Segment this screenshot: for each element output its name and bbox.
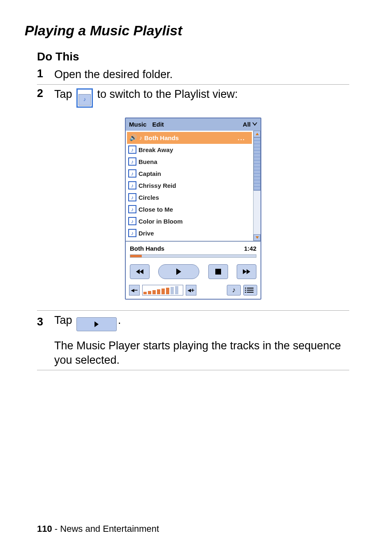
more-icon[interactable]: ... <box>238 134 249 141</box>
scrollbar[interactable] <box>253 131 261 241</box>
chevron-up-icon <box>256 133 259 135</box>
forward-button[interactable] <box>237 264 256 279</box>
note-view-button[interactable]: ♪ <box>227 285 241 295</box>
music-note-icon: ♪ <box>131 218 134 224</box>
menu-music[interactable]: Music <box>129 121 147 128</box>
progress-bar[interactable] <box>130 254 256 258</box>
playlist-view-button[interactable]: ♪ <box>76 88 93 107</box>
track-row[interactable]: ♪Close to Me <box>126 203 253 215</box>
speaker-icon: 🔊 <box>129 134 137 141</box>
step-text-after: to switch to the Playlist view: <box>97 88 238 100</box>
player-titlebar: Music Edit All <box>126 118 261 131</box>
music-note-icon: ♪ <box>232 286 236 294</box>
scroll-thumb[interactable] <box>254 137 261 191</box>
step-number: 2 <box>37 87 54 107</box>
play-icon <box>176 268 181 275</box>
play-icon <box>95 321 99 327</box>
step-3: 3 Tap . The Music Player starts playing … <box>37 311 349 370</box>
rewind-button[interactable] <box>130 264 150 279</box>
forward-icon <box>243 269 247 274</box>
track-row[interactable]: 🔊 ♪ Both Hands ... <box>127 132 252 144</box>
step-text-tap: Tap <box>54 88 72 100</box>
music-note-icon: ♪ <box>83 96 86 103</box>
volume-down-button[interactable]: ◂− <box>129 285 140 295</box>
music-player: Music Edit All 🔊 ♪ Both Hands ... ♪Break <box>125 118 261 300</box>
music-note-icon: ♪ <box>131 182 134 189</box>
stop-icon <box>215 269 221 275</box>
volume-up-button[interactable]: ◂+ <box>186 285 196 295</box>
rewind-icon <box>136 269 140 274</box>
play-button[interactable] <box>158 264 199 279</box>
play-button[interactable] <box>76 317 117 331</box>
page-footer: 110 - News and Entertainment <box>37 524 159 534</box>
music-note-icon: ♪ <box>131 159 134 165</box>
playlist: 🔊 ♪ Both Hands ... ♪Break Away ♪Buena ♪C… <box>126 131 253 241</box>
track-name: Close to Me <box>138 206 173 213</box>
volume-level[interactable] <box>142 285 183 295</box>
footer-section: - News and Entertainment <box>52 524 159 534</box>
music-note-icon: ♪ <box>131 206 134 212</box>
track-row[interactable]: ♪Break Away <box>126 144 253 156</box>
track-row[interactable]: ♪Captain <box>126 168 253 180</box>
scroll-down-button[interactable] <box>254 234 261 241</box>
menu-edit[interactable]: Edit <box>152 121 164 128</box>
step-explanation: The Music Player starts playing the trac… <box>54 339 349 367</box>
list-icon <box>247 288 254 293</box>
step-number: 3 <box>37 316 54 328</box>
step-2: 2 Tap ♪ to switch to the Playlist view: … <box>37 85 349 310</box>
do-this-heading: Do This <box>37 50 367 63</box>
step-text: Open the desired folder. <box>54 67 349 82</box>
track-row[interactable]: ♪Circles <box>126 192 253 203</box>
track-name: Circles <box>138 194 159 201</box>
chevron-down-icon <box>256 236 259 239</box>
music-note-icon: ♪ <box>131 147 134 153</box>
track-name: Break Away <box>138 146 173 153</box>
dropdown-icon <box>252 123 257 126</box>
page-title: Playing a Music Playlist <box>25 23 367 39</box>
track-row[interactable]: ♪Color in Bloom <box>126 215 253 227</box>
music-note-icon: ♪ <box>131 171 134 177</box>
now-playing: Both Hands 1:42 <box>126 242 261 260</box>
filter-all[interactable]: All <box>243 121 257 128</box>
page-number: 110 <box>37 524 52 534</box>
track-name: Color in Bloom <box>138 218 183 225</box>
step-1: 1 Open the desired folder. <box>37 65 349 85</box>
music-note-icon: ♪ <box>139 134 142 141</box>
now-playing-track: Both Hands <box>130 245 164 252</box>
music-note-icon: ♪ <box>131 230 134 236</box>
list-view-button[interactable] <box>243 285 257 295</box>
track-name: Both Hands <box>144 134 179 141</box>
now-playing-time: 1:42 <box>244 245 256 252</box>
track-row[interactable]: ♪Chrissy Reid <box>126 180 253 192</box>
track-row[interactable]: ♪Drive <box>126 227 253 239</box>
scroll-up-button[interactable] <box>254 131 261 137</box>
track-name: Captain <box>138 170 161 177</box>
track-name: Chrissy Reid <box>138 182 176 189</box>
step-number: 1 <box>37 67 54 82</box>
period: . <box>118 314 121 326</box>
volume-up-icon: ◂+ <box>188 286 195 294</box>
step-text-tap: Tap <box>54 314 72 326</box>
stop-button[interactable] <box>208 264 228 279</box>
track-row[interactable]: ♪Buena <box>126 156 253 168</box>
track-name: Buena <box>138 158 157 165</box>
volume-down-icon: ◂− <box>131 286 138 294</box>
track-name: Drive <box>138 230 154 237</box>
music-note-icon: ♪ <box>131 194 134 201</box>
